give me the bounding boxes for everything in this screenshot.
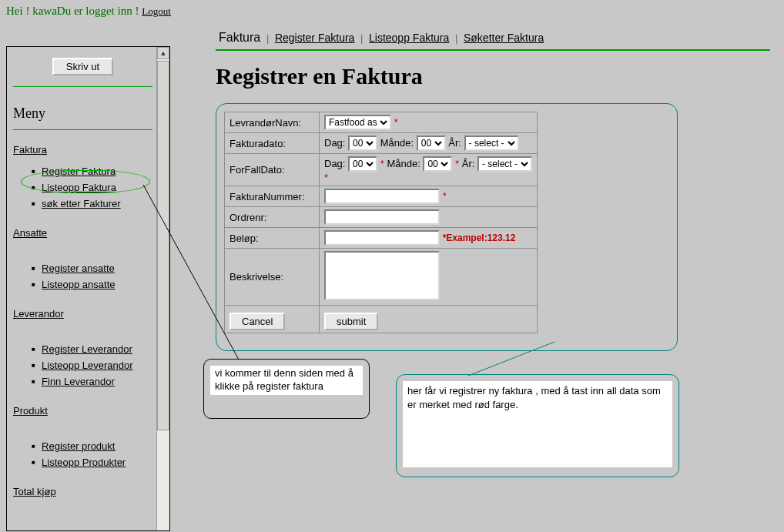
menu-head-faktura[interactable]: Faktura bbox=[13, 144, 47, 156]
label-ar: År: bbox=[462, 158, 475, 169]
username: kawa bbox=[32, 5, 57, 17]
logged-in-label: Du er logget inn ! bbox=[57, 5, 142, 17]
main-content: Faktura | Register Faktura | Listeopp Fa… bbox=[216, 31, 770, 351]
sidebar-item-sok-fakturer[interactable]: søk etter Fakturer bbox=[42, 198, 121, 209]
label-dag: Dag: bbox=[324, 137, 345, 149]
sidebar-item-listeopp-leverandor[interactable]: Listeopp Leverandor bbox=[42, 360, 133, 371]
tab-listeopp-faktura[interactable]: Listeopp Faktura bbox=[366, 32, 452, 44]
callout-left-text: vi kommer til denn siden med å klikke på… bbox=[210, 366, 363, 395]
form-table: LevrandørNavn: Fastfood as * Fakturadato… bbox=[224, 112, 538, 333]
input-ordrenr[interactable] bbox=[324, 209, 440, 225]
callout-right: her får vi registrer ny faktura , med å … bbox=[396, 374, 679, 477]
sidebar-item-register-ansatte[interactable]: Register ansatte bbox=[42, 263, 115, 274]
list-item: Listeopp ansatte bbox=[32, 276, 152, 293]
menu-section-leverandor: Leverandor Register Leverandor Listeopp … bbox=[13, 308, 152, 390]
divider bbox=[13, 86, 152, 87]
select-forfall-ar[interactable]: - select - bbox=[477, 156, 532, 172]
menu-head-ansatte[interactable]: Ansatte bbox=[13, 227, 47, 239]
list-item: Listeopp Produkter bbox=[32, 454, 152, 470]
form-panel: LevrandørNavn: Fastfood as * Fakturadato… bbox=[216, 103, 678, 351]
label-fakturadato: Fakturadato: bbox=[225, 133, 320, 154]
divider bbox=[216, 49, 770, 51]
required-icon: * bbox=[443, 190, 447, 202]
list-item: Register produkt bbox=[32, 438, 152, 454]
hei-label: Hei ! bbox=[6, 5, 32, 17]
menu-section-ansatte: Ansatte Register ansatte Listeopp ansatt… bbox=[13, 227, 152, 293]
submit-button[interactable]: submit bbox=[324, 313, 378, 330]
print-button[interactable]: Skriv ut bbox=[52, 58, 113, 75]
tab-sep: | bbox=[266, 32, 269, 44]
page-title: Registrer en Faktura bbox=[216, 63, 770, 89]
list-item: søk etter Fakturer bbox=[32, 196, 152, 212]
sidebar-item-finn-leverandor[interactable]: Finn Leverandor bbox=[42, 376, 115, 387]
menu-head-totalkjop[interactable]: Total kjøp bbox=[13, 486, 56, 497]
menu-head-produkt[interactable]: Produkt bbox=[13, 405, 48, 417]
select-forfall-mande[interactable]: 00 bbox=[423, 156, 452, 172]
scroll-up-icon[interactable]: ▲ bbox=[157, 47, 169, 59]
list-item: Register Faktura bbox=[32, 163, 152, 179]
select-forfall-dag[interactable]: 00 bbox=[348, 156, 377, 172]
menu-title: Meny bbox=[13, 101, 152, 125]
required-icon: * bbox=[380, 158, 384, 169]
tab-register-faktura[interactable]: Register Faktura bbox=[272, 32, 357, 44]
example-label: *Exampel:123.12 bbox=[443, 233, 516, 243]
menu-section-produkt: Produkt Register produkt Listeopp Produk… bbox=[13, 405, 152, 470]
logout-link[interactable]: Logout bbox=[142, 5, 171, 17]
label-mande: Månde: bbox=[387, 158, 420, 169]
scrollbar[interactable]: ▲ bbox=[156, 47, 169, 530]
required-icon: * bbox=[455, 158, 459, 169]
label-ar: År: bbox=[448, 137, 461, 149]
list-item: Register Leverandor bbox=[32, 341, 152, 357]
label-leverandor: LevrandørNavn: bbox=[225, 112, 320, 133]
tab-bar: Faktura | Register Faktura | Listeopp Fa… bbox=[216, 31, 770, 46]
sidebar-item-listeopp-faktura[interactable]: Listeopp Faktura bbox=[42, 182, 116, 193]
list-item: Finn Leverandor bbox=[32, 373, 152, 390]
label-mande: Månde: bbox=[380, 137, 414, 149]
list-item: Listeopp Faktura bbox=[32, 179, 152, 196]
sidebar-item-listeopp-ansatte[interactable]: Listeopp ansatte bbox=[42, 279, 115, 290]
required-icon: * bbox=[394, 116, 398, 128]
tab-sep: | bbox=[360, 32, 363, 44]
tab-soketter-faktura[interactable]: Søketter Faktura bbox=[461, 32, 547, 44]
cancel-button[interactable]: Cancel bbox=[230, 313, 285, 330]
list-item: Listeopp Leverandor bbox=[32, 357, 152, 373]
select-faktura-dag[interactable]: 00 bbox=[348, 136, 377, 151]
input-belop[interactable] bbox=[324, 230, 440, 246]
sidebar-item-register-leverandor[interactable]: Register Leverandor bbox=[42, 343, 132, 355]
input-fakturanr[interactable] bbox=[324, 189, 440, 204]
sidebar-item-register-produkt[interactable]: Register produkt bbox=[42, 440, 115, 452]
label-beskrivelse: Beskrivelse: bbox=[225, 249, 320, 306]
tab-faktura[interactable]: Faktura bbox=[216, 31, 263, 44]
list-item: Register ansatte bbox=[32, 260, 152, 276]
sidebar-item-listeopp-produkter[interactable]: Listeopp Produkter bbox=[42, 457, 126, 468]
menu-section-totalkjop: Total kjøp bbox=[13, 486, 152, 505]
tab-sep: | bbox=[455, 32, 457, 44]
divider bbox=[13, 129, 152, 130]
label-ordrenr: Ordrenr: bbox=[225, 207, 320, 228]
callout-left: vi kommer til denn siden med å klikke på… bbox=[203, 359, 370, 419]
textarea-beskrivelse[interactable] bbox=[324, 251, 440, 300]
top-greeting: Hei ! kawaDu er logget inn ! Logout bbox=[0, 0, 784, 22]
sidebar: Skriv ut Meny Faktura Register Faktura L… bbox=[6, 46, 170, 531]
select-faktura-ar[interactable]: - select - bbox=[464, 136, 519, 151]
scroll-thumb[interactable] bbox=[157, 61, 169, 430]
select-leverandor[interactable]: Fastfood as bbox=[324, 115, 391, 130]
select-faktura-mande[interactable]: 00 bbox=[417, 136, 446, 151]
label-forfall: ForFallDato: bbox=[225, 154, 320, 186]
label-dag: Dag: bbox=[324, 158, 345, 169]
sidebar-item-register-faktura[interactable]: Register Faktura bbox=[42, 166, 116, 177]
menu-head-leverandor[interactable]: Leverandor bbox=[13, 308, 64, 320]
label-belop: Beløp: bbox=[225, 228, 320, 249]
required-icon: * bbox=[324, 172, 328, 183]
menu-section-faktura: Faktura Register Faktura Listeopp Faktur… bbox=[13, 144, 152, 212]
label-fakturanr: FakturaNummer: bbox=[225, 186, 320, 207]
callout-right-text: her får vi registrer ny faktura , med å … bbox=[403, 381, 672, 467]
